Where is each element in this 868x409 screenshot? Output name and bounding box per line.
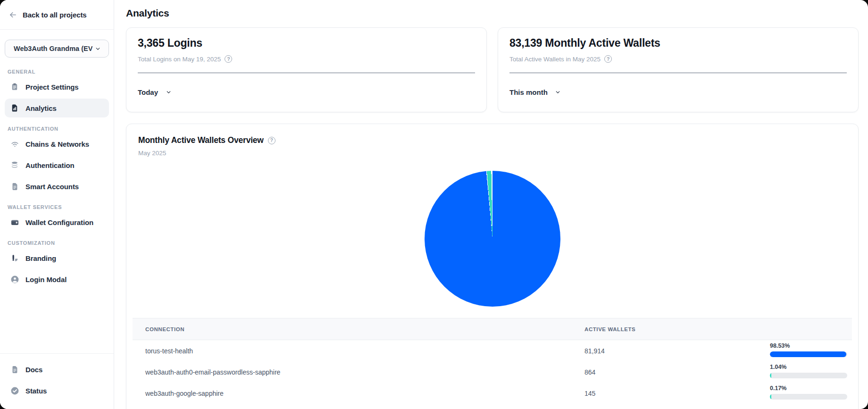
percent-bar-track xyxy=(770,394,847,400)
sidebar-item-label: Smart Accounts xyxy=(25,183,79,191)
help-icon[interactable]: ? xyxy=(268,137,275,144)
sidebar-item-wallet-configuration[interactable]: Wallet Configuration xyxy=(5,213,109,232)
overview-card-title: Monthly Active Wallets Overview xyxy=(138,135,264,145)
percent-label: 98.53% xyxy=(770,342,847,350)
sidebar-item-authentication[interactable]: Authentication xyxy=(5,156,109,175)
database-icon xyxy=(10,160,19,170)
table-row: web3auth-google-sapphire 145 0.17% xyxy=(133,383,852,404)
overview-card-subtitle: May 2025 xyxy=(133,150,852,157)
percent-cell: 1.04% xyxy=(754,361,852,378)
section-label-authentication: AUTHENTICATION xyxy=(8,126,106,132)
active-wallets-range-value: This month xyxy=(509,88,548,96)
percent-bar-fill xyxy=(770,351,846,357)
active-wallets-range-dropdown[interactable]: This month xyxy=(509,87,563,97)
section-label-general: GENERAL xyxy=(8,69,106,75)
active-wallets-cell: 81,914 xyxy=(573,347,754,355)
project-selector-value: Web3Auth Grandma (EV xyxy=(14,45,92,52)
section-label-wallet-services: WALLET SERVICES xyxy=(8,204,106,210)
analytics-chart-icon xyxy=(10,103,19,113)
sidebar-item-status[interactable]: Status xyxy=(5,381,109,400)
clipboard-icon xyxy=(10,82,19,92)
table-row: torus-test-health 81,914 98.53% xyxy=(133,340,852,361)
back-label: Back to all projects xyxy=(23,11,87,19)
back-arrow-icon xyxy=(8,10,17,19)
active-wallets-stat-card: 83,139 Monthly Active Wallets Total Acti… xyxy=(498,27,859,112)
logins-stat-card: 3,365 Logins Total Logins on May 19, 202… xyxy=(126,27,487,112)
stat-card-divider xyxy=(509,73,847,73)
sidebar: Back to all projects Web3Auth Grandma (E… xyxy=(0,0,114,409)
percent-bar-track xyxy=(770,373,847,378)
back-to-projects-link[interactable]: Back to all projects xyxy=(0,0,114,30)
table-row: web3auth-auth0-email-passwordless-sapphi… xyxy=(133,361,852,383)
wifi-icon xyxy=(10,139,19,149)
active-wallets-stat-value: 83,139 Monthly Active Wallets xyxy=(509,37,847,50)
active-wallets-stat-subtitle: Total Active Wallets in May 2025 xyxy=(509,56,601,63)
percent-cell: 98.53% xyxy=(754,340,852,357)
page-title: Analytics xyxy=(126,8,859,19)
sidebar-item-project-settings[interactable]: Project Settings xyxy=(5,77,109,96)
help-icon[interactable]: ? xyxy=(604,55,612,63)
sidebar-item-label: Project Settings xyxy=(25,83,79,91)
active-wallets-cell: 145 xyxy=(573,390,754,397)
column-header-active-wallets: ACTIVE WALLETS xyxy=(573,326,754,332)
connection-cell: torus-test-health xyxy=(133,347,573,355)
chevron-down-icon xyxy=(93,44,102,53)
table-header-row: CONNECTION ACTIVE WALLETS xyxy=(133,318,852,340)
percent-label: 1.04% xyxy=(770,364,847,371)
help-icon[interactable]: ? xyxy=(225,55,232,63)
active-wallets-cell: 864 xyxy=(573,368,754,376)
pie-chart xyxy=(425,171,560,307)
stat-cards-row: 3,365 Logins Total Logins on May 19, 202… xyxy=(126,27,859,112)
sidebar-item-label: Wallet Configuration xyxy=(25,218,93,226)
stat-card-divider xyxy=(138,73,475,73)
file-icon xyxy=(10,182,19,191)
sidebar-item-docs[interactable]: Docs xyxy=(5,360,109,379)
sidebar-footer: Docs Status xyxy=(0,353,114,409)
project-selector-dropdown[interactable]: Web3Auth Grandma (EV xyxy=(5,40,109,58)
sidebar-item-label: Status xyxy=(25,387,47,395)
sidebar-item-label: Branding xyxy=(25,254,56,262)
sidebar-item-analytics[interactable]: Analytics xyxy=(5,99,109,117)
section-label-customization: CUSTOMIZATION xyxy=(8,240,106,246)
percent-bar-fill xyxy=(770,373,771,378)
percent-cell: 0.17% xyxy=(754,383,852,400)
sidebar-item-branding[interactable]: Branding xyxy=(5,249,109,267)
brush-icon xyxy=(10,253,19,263)
logins-range-value: Today xyxy=(138,88,158,96)
sidebar-nav: GENERAL Project Settings Analytics AUTHE… xyxy=(0,58,114,353)
chevron-down-icon xyxy=(553,87,563,97)
sidebar-item-login-modal[interactable]: Login Modal xyxy=(5,270,109,289)
percent-label: 0.17% xyxy=(770,385,847,392)
logins-stat-value: 3,365 Logins xyxy=(138,37,475,50)
sidebar-item-chains-networks[interactable]: Chains & Networks xyxy=(5,134,109,153)
check-circle-icon xyxy=(10,386,19,395)
docs-file-icon xyxy=(10,365,19,374)
connections-table: CONNECTION ACTIVE WALLETS torus-test-hea… xyxy=(133,318,852,404)
wallet-icon xyxy=(10,217,19,227)
sidebar-item-smart-accounts[interactable]: Smart Accounts xyxy=(5,177,109,196)
app-window: Back to all projects Web3Auth Grandma (E… xyxy=(0,0,868,409)
main-content: Analytics 3,365 Logins Total Logins on M… xyxy=(114,0,868,409)
sidebar-item-label: Docs xyxy=(25,366,42,374)
chevron-down-icon xyxy=(164,87,173,97)
wallets-overview-card: Monthly Active Wallets Overview ? May 20… xyxy=(126,124,859,409)
logins-range-dropdown[interactable]: Today xyxy=(138,87,173,97)
column-header-percent xyxy=(754,318,852,321)
connection-cell: web3auth-auth0-email-passwordless-sapphi… xyxy=(133,368,573,376)
logins-stat-subtitle: Total Logins on May 19, 2025 xyxy=(138,56,221,63)
user-circle-icon xyxy=(10,275,19,284)
sidebar-item-label: Chains & Networks xyxy=(25,140,89,148)
sidebar-item-label: Login Modal xyxy=(25,275,67,284)
percent-bar-fill xyxy=(770,394,771,400)
percent-bar-track xyxy=(770,351,847,357)
sidebar-item-label: Authentication xyxy=(25,161,75,169)
column-header-connection: CONNECTION xyxy=(133,326,573,332)
connection-cell: web3auth-google-sapphire xyxy=(133,390,573,397)
sidebar-item-label: Analytics xyxy=(25,104,57,112)
